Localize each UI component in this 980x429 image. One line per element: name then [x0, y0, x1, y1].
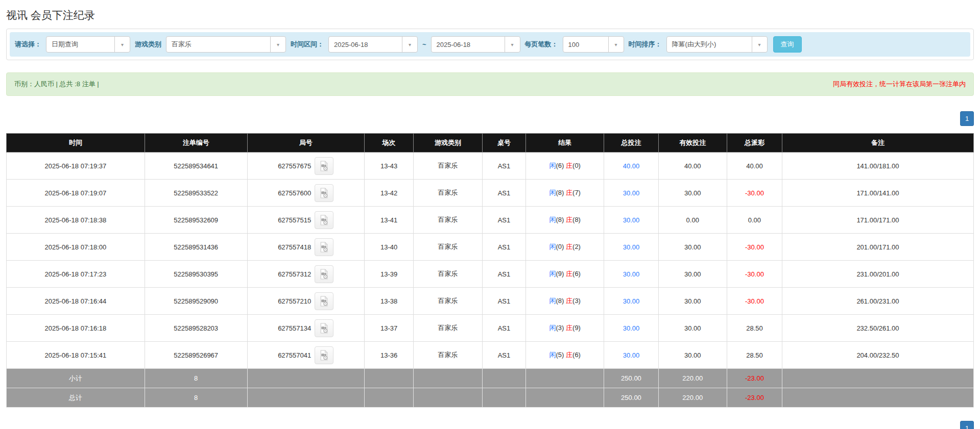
game-type-select[interactable]: 百家乐 ▾ — [166, 36, 286, 53]
round-id: 627557312 — [278, 270, 311, 278]
cell-bet-id: 522589528203 — [145, 315, 247, 342]
result-player-label: 闲 — [549, 297, 556, 305]
cell-result: 闲(8) 庄(7) — [526, 180, 604, 207]
cell-payout: -30.00 — [727, 180, 782, 207]
table-row: 2025-06-18 07:18:00 522589531436 6275574… — [7, 234, 974, 261]
result-player-num: (8) — [556, 189, 564, 196]
cell-bet-id: 522589529090 — [145, 288, 247, 315]
cell-round: 627557675 — [247, 153, 364, 180]
result-player-label: 闲 — [549, 162, 556, 169]
result-banker-label: 庄 — [566, 270, 572, 277]
sort-select[interactable]: 降冪(由大到小) ▾ — [666, 36, 768, 53]
video-button[interactable] — [315, 238, 333, 256]
page-size-select[interactable]: 100 ▾ — [563, 36, 624, 53]
sort-value: 降冪(由大到小) — [667, 37, 752, 52]
total-bet-link[interactable]: 30.00 — [623, 243, 640, 251]
result-banker-num: (6) — [572, 270, 581, 277]
result-player-num: (8) — [556, 297, 564, 305]
query-type-select[interactable]: 日期查询 ▾ — [46, 36, 130, 53]
cell-table-no: AS1 — [482, 153, 525, 180]
date-range-label: 时间区间： — [291, 40, 324, 49]
footer-label: 小计 — [7, 369, 145, 388]
cell-time: 2025-06-18 07:18:38 — [7, 207, 145, 234]
cell-table-no: AS1 — [482, 288, 525, 315]
table-row: 2025-06-18 07:17:23 522589530395 6275573… — [7, 261, 974, 288]
cell-session: 13-40 — [364, 234, 414, 261]
result-player-num: (6) — [556, 162, 564, 169]
cell-payout: -30.00 — [727, 261, 782, 288]
total-bet-link[interactable]: 40.00 — [623, 162, 640, 170]
cell-payout: -30.00 — [727, 288, 782, 315]
video-button[interactable] — [315, 346, 333, 364]
page-container: 视讯 会员下注纪录 请选择： 日期查询 ▾ 游戏类别 百家乐 ▾ 时间区间： 2… — [0, 8, 980, 429]
cell-total-bet: 30.00 — [604, 207, 658, 234]
cell-session: 13-39 — [364, 261, 414, 288]
video-icon — [319, 269, 329, 280]
cell-valid-bet: 40.00 — [658, 153, 727, 180]
header-cell: 游戏类别 — [414, 134, 482, 153]
cell-round: 627557418 — [247, 234, 364, 261]
total-bet-link[interactable]: 30.00 — [623, 189, 640, 197]
round-id: 627557418 — [278, 243, 311, 251]
filter-panel: 请选择： 日期查询 ▾ 游戏类别 百家乐 ▾ 时间区间： 2025-06-18 … — [6, 29, 974, 60]
cell-total-bet: 30.00 — [604, 315, 658, 342]
page-1-button[interactable]: 1 — [960, 421, 974, 429]
video-button[interactable] — [315, 265, 333, 283]
result-player-num: (8) — [556, 216, 564, 223]
total-bet-link[interactable]: 30.00 — [623, 216, 640, 224]
cell-total-bet: 30.00 — [604, 261, 658, 288]
header-cell: 总投注 — [604, 134, 658, 153]
video-icon — [319, 215, 329, 225]
video-button[interactable] — [315, 184, 333, 202]
video-button[interactable] — [315, 319, 333, 337]
result-player-num: (3) — [556, 324, 564, 332]
search-button[interactable]: 查询 — [773, 36, 802, 53]
table-row: 2025-06-18 07:16:44 522589529090 6275572… — [7, 288, 974, 315]
total-bet-link[interactable]: 30.00 — [623, 351, 640, 359]
summary-notice: 同局有效投注，统一计算在该局第一张注单内 — [833, 80, 966, 89]
total-bet-link[interactable]: 30.00 — [623, 270, 640, 278]
result-player-num: (5) — [556, 351, 564, 359]
round-id: 627557210 — [278, 297, 311, 305]
cell-session: 13-41 — [364, 207, 414, 234]
cell-session: 13-42 — [364, 180, 414, 207]
cell-session: 13-38 — [364, 288, 414, 315]
result-banker-num: (9) — [572, 324, 581, 332]
cell-valid-bet: 30.00 — [658, 315, 727, 342]
result-banker-label: 庄 — [566, 162, 572, 169]
round-id: 627557600 — [278, 189, 311, 197]
cell-valid-bet: 30.00 — [658, 261, 727, 288]
video-icon — [319, 296, 329, 307]
page-1-button[interactable]: 1 — [960, 111, 974, 126]
cell-total-bet: 30.00 — [604, 180, 658, 207]
result-banker-label: 庄 — [566, 189, 572, 196]
result-banker-label: 庄 — [566, 351, 572, 359]
cell-round: 627557134 — [247, 315, 364, 342]
date-from-select[interactable]: 2025-06-18 ▾ — [328, 36, 418, 53]
cell-result: 闲(8) 庄(8) — [526, 207, 604, 234]
cell-payout: 0.00 — [727, 207, 782, 234]
cell-game: 百家乐 — [414, 180, 482, 207]
cell-time: 2025-06-18 07:19:07 — [7, 180, 145, 207]
video-icon — [319, 350, 329, 361]
cell-result: 闲(3) 庄(9) — [526, 315, 604, 342]
header-cell: 桌号 — [482, 134, 525, 153]
total-bet-link[interactable]: 30.00 — [623, 324, 640, 332]
date-to-select[interactable]: 2025-06-18 ▾ — [431, 36, 520, 53]
header-cell: 注单编号 — [145, 134, 247, 153]
header-cell: 局号 — [247, 134, 364, 153]
cell-remark: 201.00/171.00 — [782, 234, 973, 261]
result-player-num: (9) — [556, 270, 564, 277]
total-bet-link[interactable]: 30.00 — [623, 297, 640, 305]
table-row: 2025-06-18 07:16:18 522589528203 6275571… — [7, 315, 974, 342]
cell-time: 2025-06-18 07:19:37 — [7, 153, 145, 180]
footer-valid-bet: 220.00 — [658, 369, 727, 388]
video-button[interactable] — [315, 157, 333, 175]
video-button[interactable] — [315, 211, 333, 229]
cell-time: 2025-06-18 07:15:41 — [7, 342, 145, 369]
result-player-num: (0) — [556, 243, 564, 250]
video-button[interactable] — [315, 292, 333, 310]
header-cell: 备注 — [782, 134, 973, 153]
cell-table-no: AS1 — [482, 234, 525, 261]
cell-remark: 261.00/231.00 — [782, 288, 973, 315]
